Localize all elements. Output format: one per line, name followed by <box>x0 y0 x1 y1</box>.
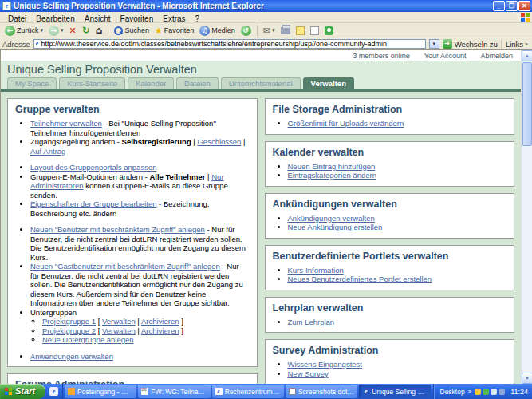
list-item: Teilnehmer verwalten - Bei "Unique Selli… <box>30 119 250 137</box>
menu-ansicht[interactable]: Ansicht <box>80 14 116 23</box>
favorites-button[interactable]: ★Favoriten <box>153 26 195 36</box>
static-text: Gruppen-E-Mail-Optionen ändern - <box>30 172 149 181</box>
link-archivieren[interactable]: Archivieren <box>141 317 179 326</box>
address-input[interactable]: e http://www.theservice.de/dotlrn/classe… <box>33 39 426 49</box>
link-kurs-information[interactable]: Kurs-Information <box>288 266 344 275</box>
quick-launch-ie-icon[interactable]: e <box>49 387 58 396</box>
taskbar-task-mail[interactable]: FW: WG: Teilnahme v... <box>138 385 210 398</box>
link-layout-des-gruppenportals-anpassen[interactable]: Layout des Gruppenportals anpassen <box>30 163 156 172</box>
scrollbar-thumb[interactable] <box>522 62 532 146</box>
task-label: FW: WG: Teilnahme v... <box>151 388 207 396</box>
discuss-button[interactable] <box>309 26 321 35</box>
desktop-toolbar[interactable]: Desktop <box>440 388 465 396</box>
link-projektgruppe-1[interactable]: Projektgruppe 1 <box>42 317 96 326</box>
outlook-icon <box>68 388 75 395</box>
link-eigenschaften-der-gruppe-bearbeiten[interactable]: Eigenschaften der Gruppe bearbeiten <box>30 200 156 208</box>
menu-extras[interactable]: Extras <box>158 14 190 23</box>
mail-button[interactable]: ✉▾ <box>262 26 277 36</box>
link-neue-ankündigung-erstellen[interactable]: Neue Ankündigung erstellen <box>288 223 383 231</box>
link-ankündigungen-verwalten[interactable]: Ankündigungen verwalten <box>288 214 375 223</box>
link-geschlossen[interactable]: Geschlossen <box>197 137 241 146</box>
scrollbar-track[interactable] <box>522 146 532 373</box>
taskbar-task-ie[interactable]: eUnique Selling Propos... <box>359 385 431 398</box>
mail-icon <box>141 388 148 395</box>
menu-datei[interactable]: Datei <box>3 14 31 23</box>
chevron-icon[interactable]: » <box>468 388 471 395</box>
address-bar: Adresse e http://www.theservice.de/dotlr… <box>0 38 532 50</box>
print-button[interactable] <box>279 27 292 34</box>
stop-button[interactable]: ✕ <box>68 26 78 36</box>
tab-verwalten[interactable]: Verwalten <box>303 77 354 89</box>
browser-window: e Unique Selling Proposition Verwalten -… <box>0 0 532 399</box>
menu-[interactable]: ? <box>191 14 205 23</box>
link-größenlimit-für-uploads-verändern[interactable]: Größenlimit für Uploads verändern <box>288 119 404 128</box>
link-verwalten[interactable]: Verwalten <box>102 326 136 335</box>
link-anwendungen-verwalten[interactable]: Anwendungen verwalten <box>30 352 113 361</box>
media-button[interactable]: ♫Medien <box>198 26 237 36</box>
messenger-button[interactable] <box>323 26 335 35</box>
link-neues-benutzerdefiniertes-portlet-erstel[interactable]: Neues Benutzerdefiniertes Portlet erstel… <box>288 275 432 283</box>
your-account-link[interactable]: Your Account <box>424 52 467 60</box>
left-column: Gruppe verwaltenTeilnehmer verwalten - B… <box>7 98 258 384</box>
link-neue-untergruppe-anlegen[interactable]: Neue Untergruppe anlegen <box>42 335 134 344</box>
search-button[interactable]: Suchen <box>112 26 151 35</box>
scroll-up-button[interactable]: ▲ <box>522 50 532 61</box>
taskbar-task-outlook[interactable]: Posteingang - Micros... <box>65 385 136 398</box>
list-item: Eintragskategorien ändern <box>288 171 507 180</box>
list-item: Zum Lehrplan <box>288 318 507 327</box>
ie-window-icon: e <box>2 2 11 10</box>
menu-favoriten[interactable]: Favoriten <box>116 14 159 23</box>
start-button[interactable]: Start <box>0 384 45 399</box>
home-button[interactable]: ⌂ <box>94 26 104 36</box>
maximize-button[interactable]: ❐ <box>506 1 518 11</box>
address-dropdown-button[interactable]: ▼ <box>429 39 439 49</box>
tray-icon-4[interactable] <box>499 389 505 395</box>
selected-option: Alle Teilnehmer <box>149 172 205 181</box>
scroll-down-button[interactable]: ▼ <box>522 373 532 384</box>
task-label: Unique Selling Propos... <box>372 388 428 396</box>
menu-bearbeiten[interactable]: Bearbeiten <box>31 14 79 23</box>
tray-icon-1[interactable] <box>475 389 481 395</box>
vertical-scrollbar[interactable]: ▲ ▼ <box>521 50 532 384</box>
tray-icon-3[interactable] <box>491 389 497 395</box>
taskbar-task-iedoc[interactable]: eRechenzentrum Uni K... <box>212 385 284 398</box>
link-teilnehmer-verwalten[interactable]: Teilnehmer verwalten <box>30 119 102 128</box>
tab-kurs-startseite[interactable]: Kurs-Startseite <box>59 77 125 89</box>
minimize-button[interactable]: _ <box>493 1 505 11</box>
forward-button[interactable]: →▾ <box>47 26 65 36</box>
link-zum-lehrplan[interactable]: Zum Lehrplan <box>288 318 335 326</box>
link-wissens-eingangstest[interactable]: Wissens Eingangstest <box>288 360 362 369</box>
link-archivieren[interactable]: Archivieren <box>141 326 179 335</box>
section-heading: Gruppe verwalten <box>15 104 250 115</box>
link-new-survey[interactable]: New Survey <box>288 369 329 378</box>
static-text: [ <box>96 317 102 326</box>
refresh-button[interactable]: ↻ <box>81 26 92 36</box>
go-button[interactable]: ➔Wechseln zu <box>443 39 498 49</box>
tab-dateien[interactable]: Dateien <box>176 77 219 89</box>
history-button[interactable]: ↺ <box>239 26 253 36</box>
link-auf-antrag[interactable]: Auf Antrag <box>30 147 65 156</box>
links-menu[interactable]: Links» <box>501 40 530 49</box>
tray-icon-2[interactable] <box>483 389 489 395</box>
tab-my-space[interactable]: My Space <box>7 77 57 89</box>
go-icon: ➔ <box>443 39 452 49</box>
link-neuen-eintrag-hinzufügen[interactable]: Neuen Eintrag hinzufügen <box>288 162 376 171</box>
list-item: Neue Ankündigung erstellen <box>288 223 507 232</box>
tray-icons <box>475 389 505 395</box>
link-verwalten[interactable]: Verwalten <box>102 317 136 326</box>
taskbar-task-img[interactable]: Screenshots dotLRN... <box>286 385 357 398</box>
tab-unterrichtsmaterial[interactable]: Unterrichtsmaterial <box>221 77 301 89</box>
link-eintragskategorien-ändern[interactable]: Eintragskategorien ändern <box>288 171 376 180</box>
refresh-icon: ↻ <box>82 26 90 36</box>
edit-button[interactable] <box>294 26 306 35</box>
img-icon <box>289 388 296 395</box>
list-item: Neuen Eintrag hinzufügen <box>288 162 507 172</box>
link-neuen-benutzer-mit-beschränktem-zugriff-[interactable]: Neuen "Benutzer mit beschränktem Zugriff… <box>30 225 205 234</box>
link-projektgruppe-2[interactable]: Projektgruppe 2 <box>42 326 96 335</box>
logout-link[interactable]: Abmelden <box>480 52 513 60</box>
close-button[interactable]: ✕ <box>518 1 530 11</box>
tab-kalender[interactable]: Kalender <box>128 77 174 89</box>
list-item: Neues Benutzerdefiniertes Portlet erstel… <box>288 275 507 284</box>
back-button[interactable]: ←Zurück▾ <box>3 26 45 36</box>
link-neuen-gastbenutzer-mit-beschränktem-zugr[interactable]: Neuen "Gastbenutzer mit beschränktem Zug… <box>30 262 220 271</box>
